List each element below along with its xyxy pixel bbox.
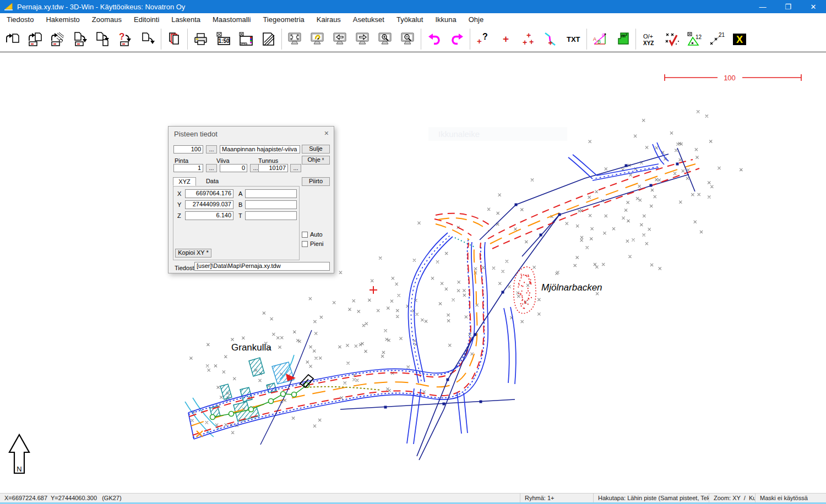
auto-checkbox[interactable]: Auto — [302, 231, 323, 238]
plot-settings-button[interactable] — [235, 28, 257, 50]
toolbar-separator — [586, 29, 587, 50]
ditch-line — [657, 143, 669, 161]
a-field[interactable] — [245, 189, 297, 198]
menu-editointi[interactable]: Editointi — [128, 13, 165, 26]
z-field[interactable]: 6.140 — [185, 211, 233, 220]
y-field[interactable]: 27444099.037 — [185, 200, 233, 209]
save-as-button[interactable] — [91, 28, 114, 50]
tunnus-field[interactable]: 10107 — [258, 164, 288, 172]
menu-tiedosto[interactable]: Tiedosto — [1, 13, 40, 26]
b-label: B — [238, 201, 242, 208]
checkbox-box[interactable] — [302, 241, 308, 247]
query-save-button[interactable]: ? — [114, 28, 137, 50]
pieni-checkbox[interactable]: Pieni — [302, 240, 323, 247]
menu-bar: Tiedosto Hakemisto Zoomaus Editointi Las… — [0, 13, 826, 26]
menu-ohje[interactable]: Ohje — [463, 13, 490, 26]
open-hatch-button[interactable] — [46, 28, 69, 50]
pinta-browse-button[interactable]: ... — [206, 164, 217, 172]
edit-line-button[interactable] — [540, 28, 562, 50]
b-field[interactable] — [245, 200, 297, 209]
exit-app-button[interactable]: X — [728, 28, 751, 50]
tab-xyz[interactable]: XYZ — [173, 177, 196, 186]
hatch-settings-button[interactable] — [257, 28, 280, 50]
close-button[interactable]: ✕ — [801, 0, 826, 13]
toolbar-separator — [161, 29, 161, 50]
ditch-line — [414, 237, 453, 382]
ne-road-edge-navy — [480, 154, 669, 240]
scale-settings-button[interactable]: 1:50 — [212, 28, 235, 50]
svg-text:+: + — [523, 38, 527, 47]
pinta-field[interactable]: 1 — [173, 164, 203, 172]
coord-settings-button[interactable]: O/+XYZ — [638, 28, 660, 50]
sulje-button[interactable]: Sulje — [302, 145, 330, 154]
minimize-button[interactable]: — — [750, 0, 775, 13]
view-back-button[interactable] — [329, 28, 351, 50]
viiva-field[interactable]: 0 — [220, 164, 247, 172]
boundary-nodes — [384, 163, 679, 409]
code-field[interactable]: 100 — [173, 145, 203, 154]
boundary-line — [340, 399, 515, 409]
kopioi-xy-button[interactable]: Kopioi XY * — [175, 249, 211, 258]
junction-red — [434, 219, 471, 235]
zoom-in-button[interactable] — [374, 28, 396, 50]
north-arrow-label: N — [17, 465, 21, 473]
point-numbering-button[interactable]: 21 — [705, 28, 728, 50]
point-check-button[interactable] — [660, 28, 683, 50]
map-canvas[interactable]: Grankulla Mjölnarbacken 100 N Ikkunaleik… — [0, 53, 826, 493]
menu-asetukset[interactable]: Asetukset — [347, 13, 390, 26]
ohje-button[interactable]: Ohje ˣ — [302, 156, 330, 165]
menu-tyokalut[interactable]: Työkalut — [390, 13, 429, 26]
menu-maastomalli[interactable]: Maastomalli — [206, 13, 257, 26]
open-file-save-button[interactable] — [24, 28, 46, 50]
status-zoom-mode: Zoom: XY / Kulmat — [709, 494, 756, 502]
zoom-extents-button[interactable] — [284, 28, 306, 50]
tiedosto-field[interactable]: [user]\Data\Map\Pernaja.xy.tdw — [194, 262, 330, 271]
pan-view-button[interactable] — [306, 28, 329, 50]
dialog-title[interactable]: Pisteen tiedot — [169, 127, 334, 141]
maximize-button[interactable]: ❐ — [775, 0, 801, 13]
tab-data[interactable]: Data — [197, 177, 227, 186]
title-bar: Pernaja.xy.tdw - 3D-Win - Käyttöoikeus: … — [0, 0, 826, 13]
menu-hakemisto[interactable]: Hakemisto — [40, 13, 85, 26]
menu-kairaus[interactable]: Kairaus — [311, 13, 347, 26]
scale-bar-label: 100 — [724, 74, 736, 82]
save-file-button[interactable] — [69, 28, 91, 50]
export-file-button[interactable] — [137, 28, 159, 50]
menu-ikkuna[interactable]: Ikkuna — [429, 13, 462, 26]
point-query-button[interactable]: +? — [472, 28, 494, 50]
y-label: Y — [177, 201, 181, 208]
piirto-button[interactable]: Piirto — [302, 177, 330, 186]
open-file-button[interactable] — [1, 28, 24, 50]
tunnus-browse-button[interactable]: ... — [290, 164, 301, 172]
teal-dotted-line — [455, 238, 476, 248]
copy-pages-button[interactable] — [163, 28, 186, 50]
checkbox-box[interactable] — [302, 232, 308, 238]
map-drawing: Grankulla Mjölnarbacken 100 N — [0, 53, 826, 493]
menu-zoomaus[interactable]: Zoomaus — [86, 13, 128, 26]
menu-tiegeometria[interactable]: Tiegeometria — [257, 13, 310, 26]
redo-button[interactable] — [445, 28, 468, 50]
code-browse-button[interactable]: ... — [206, 145, 217, 154]
outcrop-outline — [514, 267, 536, 313]
print-button[interactable] — [189, 28, 212, 50]
x-field[interactable]: 6697064.176 — [185, 189, 233, 198]
add-points-button[interactable]: +++ — [517, 28, 540, 50]
add-text-button[interactable]: TXT — [562, 28, 585, 50]
zoom-out-button[interactable] — [396, 28, 419, 50]
menu-laskenta[interactable]: Laskenta — [165, 13, 206, 26]
add-point-button[interactable]: + — [494, 28, 517, 50]
triangle-calc-button[interactable]: ABα — [589, 28, 611, 50]
blue-building — [272, 362, 294, 384]
z-label: Z — [177, 212, 181, 219]
point-info-dialog: Pisteen tiedot × 100 ... Maanpinnan haja… — [168, 126, 334, 273]
triangle-model-button[interactable]: 12 — [683, 28, 705, 50]
svg-text:A: A — [593, 36, 596, 42]
pieni-checkbox-label: Pieni — [310, 240, 323, 247]
dialog-close-icon[interactable]: × — [324, 129, 329, 137]
view-forward-button[interactable] — [351, 28, 374, 50]
code-desc-field[interactable]: Maanpinnan hajapiste/-viiva — [220, 145, 300, 154]
area-calc-button[interactable]: m² — [611, 28, 634, 50]
t-field[interactable] — [245, 211, 297, 220]
map-label-mjolnarbacken: Mjölnarbacken — [541, 282, 602, 293]
undo-button[interactable] — [423, 28, 445, 50]
